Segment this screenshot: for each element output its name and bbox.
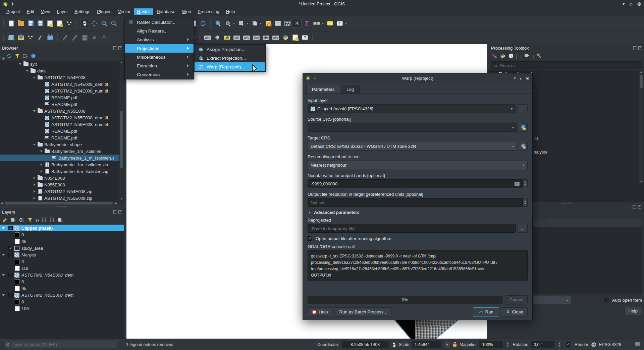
add-raster-layer-icon[interactable] xyxy=(16,33,25,42)
tree-item[interactable]: README.pdf xyxy=(0,134,124,141)
tree-item[interactable]: README.pdf xyxy=(0,101,124,108)
magnifier-input[interactable]: 100% xyxy=(479,341,503,348)
tree-item[interactable]: N054E008 xyxy=(0,175,124,181)
nodata-spinner[interactable]: ▲▼ xyxy=(523,179,528,188)
new-layout-icon[interactable] xyxy=(46,19,54,28)
layer-item[interactable]: Merged xyxy=(0,251,124,258)
zoom-out-icon[interactable] xyxy=(109,19,118,28)
layer-labeling-icon[interactable]: ab xyxy=(223,33,231,42)
tree-item[interactable]: Bathymetrie_shape xyxy=(0,141,124,148)
run-batch-button[interactable]: Run as Batch Process... xyxy=(335,307,391,316)
toolbox-vertical-scrollbar[interactable]: ▲ ▼ xyxy=(639,70,643,184)
statistical-summary-icon[interactable] xyxy=(283,19,292,28)
open-layer-styling-icon[interactable] xyxy=(3,218,8,223)
tree-item[interactable]: Bathymetrie_5m_Isolinien.zip xyxy=(0,168,124,175)
locate-input[interactable] xyxy=(12,342,115,347)
target-crs-combo[interactable]: Default CRS: EPSG:32632 - WGS 84 / UTM z… xyxy=(308,142,517,151)
menu-processing[interactable]: Processing xyxy=(195,8,222,15)
cancel-button[interactable]: Cancel xyxy=(505,295,528,304)
toolbar-grip[interactable] xyxy=(199,34,201,41)
layer-checkbox[interactable]: ✓ xyxy=(8,246,13,250)
tree-item[interactable]: Bathymetrie_1m_isolinien.zip xyxy=(0,161,124,168)
toolbar-grip[interactable] xyxy=(209,20,212,27)
show-statistics-icon[interactable]: Σ xyxy=(303,19,311,28)
rotation-input[interactable]: 0,0 ° xyxy=(531,341,554,348)
identify-features-icon[interactable]: i xyxy=(214,19,222,28)
zoom-full-icon[interactable] xyxy=(90,19,99,28)
menu-raster[interactable]: Raster xyxy=(134,8,153,15)
float-panel-icon[interactable] xyxy=(113,210,117,214)
close-panel-icon[interactable] xyxy=(638,46,642,50)
menu-web[interactable]: Web xyxy=(179,8,194,15)
open-attribute-table-icon[interactable] xyxy=(273,19,282,28)
layer-checkbox[interactable] xyxy=(8,293,13,297)
input-layer-combo[interactable]: Clipped (mask) [EPSG:4326] ▾ xyxy=(308,104,516,113)
select-crs-icon[interactable] xyxy=(519,123,528,132)
tree-item[interactable]: ASTGTM2_N54E008_dem.tif xyxy=(0,81,124,88)
deselect-features-icon[interactable] xyxy=(250,19,259,28)
advanced-expander-icon[interactable] xyxy=(309,211,312,214)
toggle-editing-icon[interactable] xyxy=(70,33,79,42)
add-gpx-layer-icon[interactable] xyxy=(36,33,45,42)
layer-checkbox[interactable]: ✓ xyxy=(8,226,13,230)
tree-item[interactable]: ASTGTM2_N55E008.zip xyxy=(0,195,124,201)
auto-open-checkbox[interactable] xyxy=(604,298,608,302)
close-panel-icon[interactable] xyxy=(118,210,122,214)
nodata-input[interactable]: -9999,000000 ✕ xyxy=(308,179,523,188)
open-project-icon[interactable] xyxy=(16,19,25,28)
add-delimited-text-icon[interactable] xyxy=(26,33,35,42)
text-annotation-icon[interactable]: T xyxy=(335,19,344,28)
add-vector-layer-icon[interactable] xyxy=(7,33,15,42)
menu-item-miscellaneous[interactable]: Miscellaneous xyxy=(125,53,194,61)
menu-database[interactable]: Database xyxy=(154,8,178,15)
menu-view[interactable]: View xyxy=(38,8,53,15)
resolution-input[interactable]: Not set xyxy=(308,198,523,207)
rotation-spinner[interactable]: ▲▼ xyxy=(557,341,561,348)
refresh-icon[interactable] xyxy=(199,19,207,28)
close-icon[interactable]: ⊗ xyxy=(637,1,641,7)
results-viewer-icon[interactable] xyxy=(517,54,517,59)
map-tips-icon[interactable] xyxy=(326,19,334,28)
browser-vertical-scrollbar[interactable]: ▲ ▼ xyxy=(119,61,124,201)
menu-item-analysis[interactable]: Analysis xyxy=(125,35,194,44)
processing-toolbox-icon[interactable]: ✳ xyxy=(293,19,302,28)
menu-item-raster-calculator[interactable]: Raster Calculator... xyxy=(125,18,194,26)
filter-browser-icon[interactable] xyxy=(15,54,20,59)
tree-item[interactable]: README.pdf xyxy=(0,94,124,101)
toolbox-search-input[interactable] xyxy=(499,63,640,68)
float-panel-icon[interactable] xyxy=(633,205,636,209)
menu-item-extraction[interactable]: Extraction xyxy=(125,61,194,70)
menu-layer[interactable]: Layer xyxy=(54,8,71,15)
run-button[interactable]: Run xyxy=(473,307,499,316)
resampling-combo[interactable]: Nearest neighbour ▾ xyxy=(308,161,528,169)
tree-item[interactable]: ASTGTM2_N54E008 xyxy=(0,74,124,81)
save-project-icon[interactable] xyxy=(26,19,35,28)
scale-combo[interactable]: 1:45944 xyxy=(412,341,441,348)
label-abc-icon[interactable]: abc xyxy=(203,33,212,42)
toolbar-grip[interactable] xyxy=(56,34,59,41)
zoom-in-icon[interactable] xyxy=(100,19,108,28)
layer-item[interactable]: ASTGTM2_N55E008_dem xyxy=(0,292,124,298)
layer-checkbox[interactable] xyxy=(8,253,13,257)
python-icon[interactable] xyxy=(500,53,505,60)
render-checkbox[interactable]: ✓ xyxy=(566,342,570,347)
coordinate-input[interactable]: 8.2508,55.1408 xyxy=(342,341,389,348)
layer-item-selected[interactable]: ✓ Clipped (mask) xyxy=(0,225,124,231)
collapse-all-icon[interactable] xyxy=(50,218,55,223)
tree-item[interactable]: README.pdf xyxy=(0,128,124,134)
close-panel-icon[interactable] xyxy=(118,46,122,50)
minimize-icon[interactable]: ▾ xyxy=(623,2,625,6)
tree-item-selected[interactable]: Bathymetrie_1_m_Isolinien.s xyxy=(0,155,124,161)
pan-map-icon[interactable] xyxy=(80,19,89,28)
tab-parameters[interactable]: Parameters xyxy=(306,85,340,94)
layout-manager-icon[interactable] xyxy=(55,19,64,28)
menu-settings[interactable]: Settings xyxy=(71,8,93,15)
input-layer-more-button[interactable]: ... xyxy=(518,104,528,113)
gdal-console-call[interactable]: gdalwarp -t_srs EPSG:32632 -dstnodata -9… xyxy=(308,250,528,281)
tree-item[interactable]: N055E008 xyxy=(0,181,124,188)
layer-item[interactable]: ✓ study_area xyxy=(0,245,124,251)
menu-item-projections[interactable]: Projections xyxy=(125,44,194,53)
tree-item[interactable]: Bathymetrie_1m_isolinien xyxy=(0,148,124,155)
remove-annotations-icon[interactable] xyxy=(264,19,272,28)
maximize-icon[interactable]: ◇ xyxy=(629,2,632,6)
